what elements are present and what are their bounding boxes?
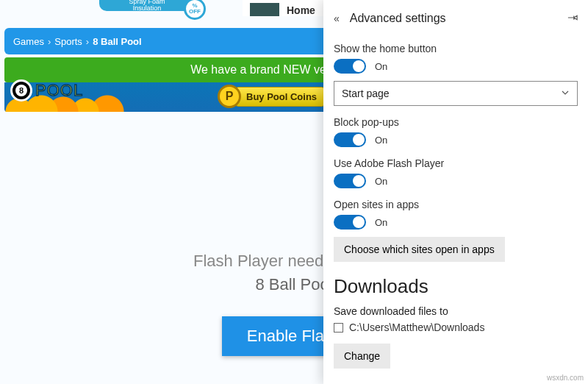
crumb-sports[interactable]: Sports [54,36,82,47]
crumb-sep-1: › [48,36,51,47]
pin-svg [567,13,578,23]
apps-toggle[interactable] [334,215,366,230]
coin-letter: P [226,90,234,103]
popups-toggle[interactable] [334,132,366,147]
pin-icon[interactable] [567,13,578,25]
crumb-sep-2: › [86,36,89,47]
apps-toggle-row: On [334,215,578,230]
coin-icon: P [218,85,241,108]
ad-discount-icon[interactable]: % OFF [184,0,206,20]
apps-state: On [375,217,387,228]
eight-number: 8 [15,85,27,96]
setting-home-button: Show the home button On Start page [334,43,578,106]
ad-badge[interactable]: Spray Foam Insulation [99,0,195,11]
downloads-title: Downloads [334,275,578,298]
pool-word: POOL [35,81,83,100]
download-path: C:\Users\Matthew\Downloads [349,321,484,333]
home-button-toggle[interactable] [334,59,366,74]
apps-label: Open sites in apps [334,199,578,210]
setting-popups: Block pop-ups On [334,116,578,147]
setting-flash: Use Adobe Flash Player On [334,157,578,188]
site-logo-tile[interactable] [250,3,279,16]
flash-label: Use Adobe Flash Player [334,157,578,169]
setting-open-in-apps: Open sites in apps On Choose which sites… [334,199,578,262]
download-path-row: C:\Users\Matthew\Downloads [334,321,578,333]
panel-header: « Advanced settings [334,0,578,37]
back-icon[interactable]: « [334,13,340,24]
panel-title: Advanced settings [350,12,446,25]
pool-logo[interactable]: 8 POOL [10,79,83,102]
flash-toggle-row: On [334,174,578,188]
home-button-toggle-row: On [334,59,578,74]
advanced-settings-panel: « Advanced settings Show the home button… [323,0,588,384]
buy-coins-label: Buy Pool Coins [235,87,325,107]
popups-label: Block pop-ups [334,116,578,128]
popups-toggle-row: On [334,132,578,147]
folder-icon [334,323,343,333]
ad-off: OFF [189,9,201,15]
chevron-down-icon [561,88,570,99]
popups-state: On [375,135,387,146]
ad-text-2: Insulation [133,4,162,12]
eight-ball-icon: 8 [10,79,32,102]
crumb-games[interactable]: Games [13,36,44,47]
change-button[interactable]: Change [334,344,390,369]
home-button-state: On [375,61,387,72]
flash-state: On [375,176,387,187]
flash-toggle[interactable] [334,174,366,188]
choose-sites-button[interactable]: Choose which sites open in apps [334,237,505,262]
panel-scrollbar[interactable] [582,0,588,384]
save-to-label: Save downloaded files to [334,305,578,317]
buy-coins-button[interactable]: P Buy Pool Coins [218,85,325,107]
nav-home[interactable]: Home [287,4,315,16]
home-button-select[interactable]: Start page [334,81,578,106]
crumb-current: 8 Ball Pool [93,36,141,47]
select-value: Start page [342,88,390,99]
watermark: wsxdn.com [547,374,584,382]
home-button-label: Show the home button [334,43,578,54]
